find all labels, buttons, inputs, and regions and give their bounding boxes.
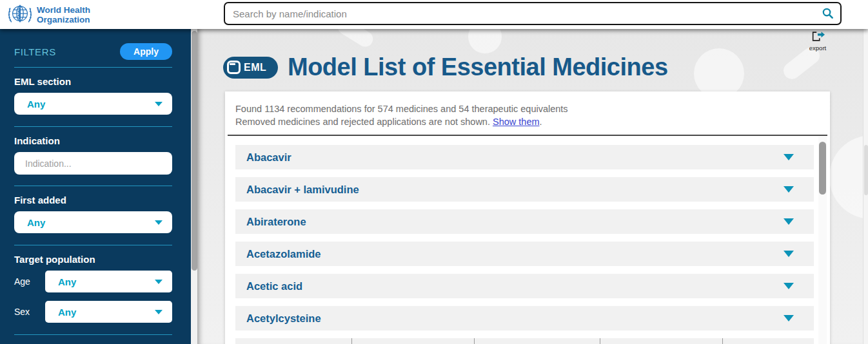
chevron-down-icon — [784, 186, 794, 193]
first-added-value: Any — [27, 217, 45, 228]
chevron-down-icon — [155, 220, 163, 225]
search-input[interactable] — [224, 2, 842, 25]
eml-section-select[interactable]: Any — [14, 93, 172, 115]
show-them-link[interactable]: Show them — [493, 117, 540, 127]
medicine-name: Acetazolamide — [246, 248, 321, 260]
medicine-row[interactable]: Acetic acid — [235, 274, 814, 298]
apply-button[interactable]: Apply — [120, 43, 172, 60]
app-header: World Health Organization — [0, 0, 868, 29]
main-content: export EML Model List of Essential Medic… — [197, 29, 868, 344]
eml-badge-icon — [227, 61, 241, 74]
eml-section-value: Any — [27, 99, 45, 110]
page-title: Model List of Essential Medicines — [288, 53, 668, 81]
search-icon[interactable] — [822, 7, 834, 22]
first-added-select[interactable]: Any — [14, 211, 172, 233]
page-scrollbar-thumb[interactable] — [864, 145, 868, 195]
medicine-name: Abacavir — [246, 151, 291, 164]
sex-label: Sex — [14, 307, 45, 317]
indication-label: Indication — [14, 135, 172, 146]
medicine-list: Abacavir Abacavir + lamivudine Abiratero… — [225, 136, 830, 344]
divider — [14, 186, 172, 186]
age-select[interactable]: Any — [45, 271, 172, 292]
medicine-row[interactable]: Abiraterone — [235, 209, 814, 234]
divider — [14, 334, 172, 335]
results-panel: Found 1134 recommendations for 574 medic… — [225, 91, 830, 344]
target-population-label: Target population — [14, 254, 172, 265]
chevron-down-icon — [784, 154, 794, 160]
medicine-row[interactable]: Abacavir + lamivudine — [235, 177, 814, 202]
chevron-down-icon — [784, 218, 794, 225]
eml-section-label: EML section — [14, 76, 172, 87]
medicine-row[interactable]: Acetylcysteine — [235, 306, 814, 330]
watermark-capsule — [335, 29, 376, 50]
divider — [14, 67, 172, 68]
sidebar-scrollbar — [191, 29, 197, 344]
page-scrollbar — [863, 29, 868, 344]
eml-badge: EML — [223, 57, 278, 79]
column-divider — [600, 338, 600, 344]
who-logo-text: World Health Organization — [37, 6, 90, 24]
medicine-name: Abiraterone — [246, 216, 306, 228]
summary-line2: Removed medicines and rejected applicati… — [235, 116, 820, 129]
medicine-row-partial[interactable]: Acetylsalicylic acid — [235, 338, 814, 344]
export-button[interactable]: export — [805, 30, 831, 52]
export-label: export — [805, 44, 831, 52]
watermark-pill — [468, 29, 502, 53]
chevron-down-icon — [155, 310, 163, 314]
results-summary: Found 1134 recommendations for 574 medic… — [225, 91, 830, 135]
first-added-label: First added — [14, 195, 172, 205]
medicine-name: Acetylcysteine — [246, 312, 321, 325]
column-divider — [351, 338, 352, 344]
list-scrollbar-thumb[interactable] — [819, 142, 826, 195]
indication-input[interactable] — [14, 152, 172, 175]
divider — [14, 245, 172, 245]
chevron-down-icon — [155, 102, 163, 106]
who-logo[interactable]: World Health Organization — [8, 2, 90, 29]
medicine-row[interactable]: Abacavir — [235, 145, 814, 169]
sex-value: Any — [58, 307, 76, 318]
chevron-down-icon — [784, 283, 794, 289]
eml-badge-text: EML — [244, 62, 266, 73]
export-icon — [811, 33, 825, 44]
age-label: Age — [14, 276, 45, 287]
filters-title: FILTERS — [14, 46, 56, 57]
medicine-name: Abacavir + lamivudine — [246, 184, 359, 196]
chevron-down-icon — [784, 315, 794, 321]
who-emblem-icon — [8, 2, 32, 29]
summary-line1: Found 1134 recommendations for 574 medic… — [235, 103, 820, 116]
watermark-pill — [829, 135, 868, 219]
medicine-name: Acetic acid — [246, 280, 302, 292]
divider — [14, 126, 172, 127]
column-divider — [474, 338, 475, 344]
age-value: Any — [58, 276, 76, 287]
chevron-down-icon — [155, 280, 163, 284]
medicine-row[interactable]: Acetazolamide — [235, 242, 814, 266]
sidebar: FILTERS Apply EML section Any Indication… — [0, 29, 191, 344]
column-divider — [722, 338, 723, 344]
sidebar-scrollbar-thumb[interactable] — [192, 31, 197, 271]
sex-select[interactable]: Any — [45, 301, 172, 323]
chevron-down-icon — [784, 251, 794, 257]
